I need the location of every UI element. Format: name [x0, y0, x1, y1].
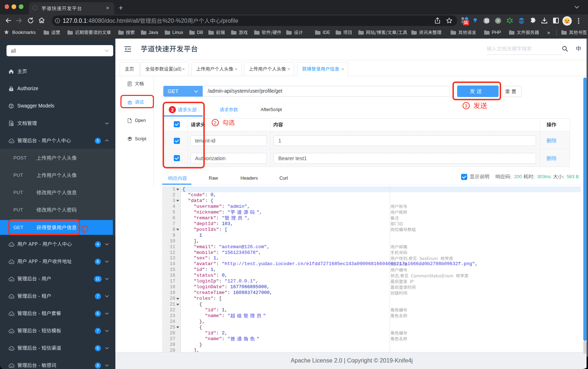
svg-text:API: API [10, 296, 13, 298]
svg-text:API: API [10, 261, 13, 263]
svg-text:API: API [10, 140, 13, 142]
svg-text:API: API [10, 348, 13, 350]
svg-text:API: API [10, 278, 13, 280]
svg-text:API: API [10, 330, 13, 332]
svg-text:API: API [10, 365, 13, 367]
svg-text:API: API [10, 244, 13, 246]
svg-text:API: API [10, 313, 13, 315]
